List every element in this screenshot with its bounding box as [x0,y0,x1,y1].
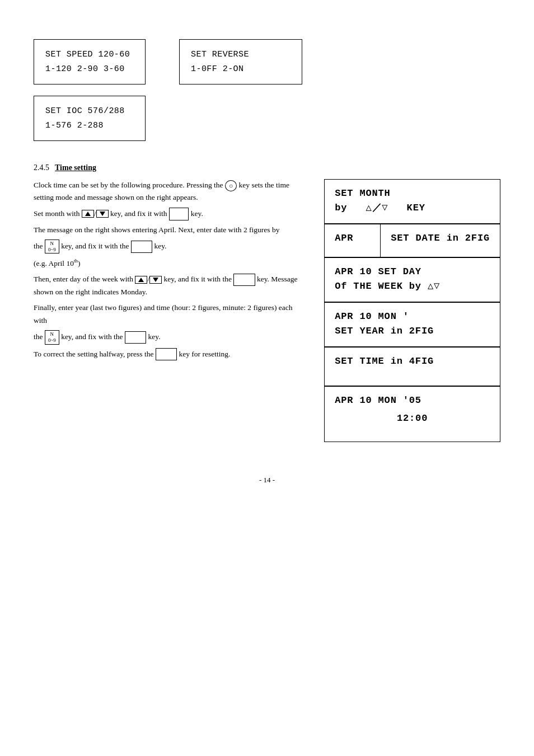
page-number: - 14 - [34,476,500,485]
section-title: Time setting [55,163,96,172]
apr-10-mon-line1: APR 10 MON ' [335,309,490,324]
up-arrow-key2 [135,276,147,284]
apr-10-mon-display: APR 10 MON ' SET YEAR in 2FIG [324,302,500,347]
reverse-box: SET REVERSE 1-0FF 2-ON [179,39,302,84]
down-arrow-key-inline [96,210,109,218]
apr-line1: APR [335,231,370,246]
reverse-line2: 1-0FF 2-ON [191,64,244,74]
main-content: Clock time can be set by the following p… [34,179,500,442]
para5b: the N0~9 key, and fix with the key. [34,330,307,345]
ioc-box: SET IOC 576/288 1-576 2-288 [34,96,146,141]
para3: The message on the right shows entering … [34,224,307,236]
final-line1: APR 10 MON '05 [335,393,490,408]
fix-key-blank3 [233,274,255,286]
reset-key-blank [156,348,177,360]
section-number: 2.4.5 [34,163,49,172]
final-line2: 12:00 [335,411,490,426]
speed-line1: SET SPEED 120-60 [45,50,130,59]
set-time-display: SET TIME in 4FIG [324,347,500,386]
para3b: the N0~9 key, and fix it with the key. [34,240,307,254]
set-time-line1: SET TIME in 4FIG [335,354,490,369]
fix-key-blank2 [131,241,152,253]
para6: To correct the setting halfway, press th… [34,348,307,361]
set-date-display: SET DATE in 2FIG [380,224,500,257]
speed-box: SET SPEED 120-60 1-120 2-90 3-60 [34,39,146,84]
num-key-icon2: N0~9 [45,330,59,345]
para1: Clock time can be set by the following p… [34,179,307,204]
down-arrow-key2 [149,276,162,284]
left-text-column: Clock time can be set by the following p… [34,179,307,442]
set-date-line1: SET DATE in 2FIG [391,231,490,246]
up-arrow-key-inline [82,210,94,218]
ioc-line2: 1-576 2-288 [45,121,104,130]
apr-10-set-day-display: APR 10 SET DAY Of THE WEEK by △▽ [324,257,500,302]
set-month-line1: SET MONTH [335,186,490,201]
section-header: 2.4.5 Time setting [34,163,500,172]
apr-display: APR [324,224,380,257]
speed-line2: 1-120 2-90 3-60 [45,64,125,74]
fix-key-blank4 [125,331,146,344]
right-displays-column: SET MONTH by △／▽ KEY APR SET DATE in 2FI… [324,179,500,442]
apr-date-row: APR SET DATE in 2FIG [324,224,500,257]
apr-10-mon-line2: SET YEAR in 2FIG [335,324,490,339]
set-month-display: SET MONTH by △／▽ KEY [324,179,500,224]
reverse-line1: SET REVERSE [191,50,249,59]
apr-10-set-day-line1: APR 10 SET DAY [335,265,490,279]
para4: Then, enter day of the week with / key, … [34,273,307,298]
para5: Finally, enter year (last two figures) a… [34,302,307,327]
ioc-line1: SET IOC 576/288 [45,106,125,116]
top-section: SET SPEED 120-60 1-120 2-90 3-60 SET IOC… [34,39,500,141]
final-display: APR 10 MON '05 12:00 [324,386,500,442]
set-month-line2: by △／▽ KEY [335,201,490,215]
clock-key-icon: ○ [225,180,237,192]
num-key-icon: N0~9 [45,240,59,254]
apr-10-set-day-line2: Of THE WEEK by △▽ [335,279,490,294]
para3e: (e.g. April 10th) [34,257,307,270]
para2: Set month with / key, and fix it with ke… [34,208,307,220]
fix-key-blank [169,208,189,220]
